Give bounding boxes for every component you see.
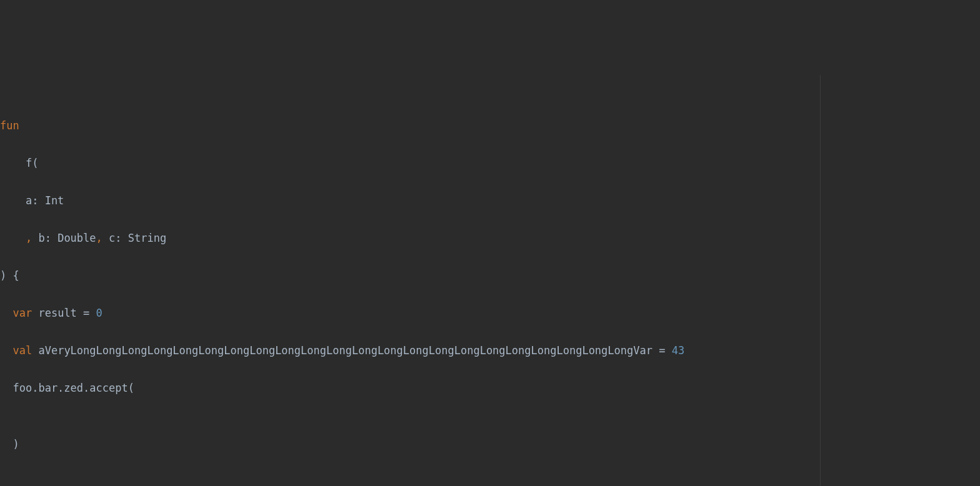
code-text: result = [32, 307, 96, 319]
code-line[interactable]: a: Int [0, 191, 980, 210]
keyword-val: val [12, 344, 32, 357]
code-line[interactable]: foo.bar.zed.accept( [0, 379, 980, 397]
number-literal: 43 [672, 344, 684, 357]
code-text: a: Int [0, 194, 64, 207]
keyword-fun: fun [0, 119, 19, 132]
code-text: foo.bar.zed.accept( [0, 382, 134, 394]
code-line[interactable]: fun [0, 116, 980, 135]
code-line[interactable]: var result = 0 [0, 304, 980, 322]
indent [0, 232, 26, 244]
comma: , [96, 232, 102, 244]
comma: , [26, 232, 32, 244]
code-text: ) { [0, 269, 19, 282]
right-margin-guide [820, 75, 821, 486]
code-line[interactable]: val aVeryLongLongLongLongLongLongLongLon… [0, 341, 980, 360]
indent [0, 344, 12, 357]
code-text: b: Double [32, 232, 96, 244]
code-text: aVeryLongLongLongLongLongLongLongLongLon… [32, 344, 672, 357]
code-line[interactable]: ) [0, 435, 980, 454]
code-text: ) [0, 438, 19, 450]
code-text: f( [0, 157, 38, 169]
indent [0, 307, 12, 319]
code-line[interactable]: , b: Double, c: String [0, 229, 980, 247]
keyword-var: var [12, 307, 32, 319]
number-literal: 0 [96, 307, 102, 319]
code-text: c: String [102, 232, 166, 244]
code-editor[interactable]: fun f( a: Int , b: Double, c: String ) {… [0, 75, 980, 486]
code-line[interactable]: f( [0, 154, 980, 172]
code-line[interactable]: ) { [0, 266, 980, 285]
